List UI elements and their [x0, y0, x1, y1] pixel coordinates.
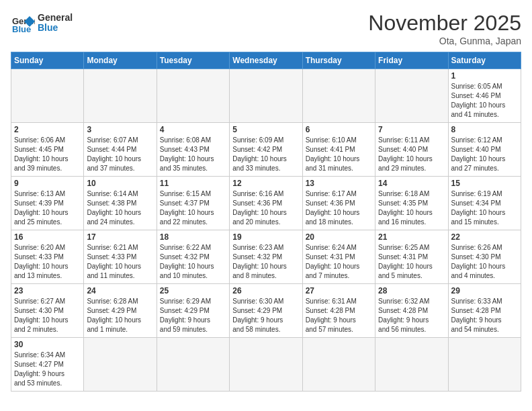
day-info: Sunrise: 6:24 AM Sunset: 4:31 PM Dayligh… [306, 243, 372, 281]
day-number: 14 [378, 179, 445, 188]
day-number: 6 [306, 125, 372, 134]
calendar-cell [375, 338, 448, 392]
weekday-header-monday: Monday [84, 52, 157, 69]
day-number: 9 [14, 179, 81, 188]
day-number: 7 [378, 125, 445, 134]
day-number: 1 [451, 71, 518, 81]
calendar-cell: 15Sunrise: 6:19 AM Sunset: 4:34 PM Dayli… [448, 177, 521, 230]
title-block: November 2025 Ota, Gunma, Japan [368, 11, 521, 46]
calendar-cell: 27Sunrise: 6:31 AM Sunset: 4:28 PM Dayli… [302, 284, 375, 338]
calendar-cell: 22Sunrise: 6:26 AM Sunset: 4:30 PM Dayli… [448, 230, 521, 284]
day-info: Sunrise: 6:20 AM Sunset: 4:33 PM Dayligh… [14, 243, 81, 281]
day-number: 22 [451, 232, 518, 242]
logo-general: General [38, 12, 73, 23]
day-info: Sunrise: 6:09 AM Sunset: 4:42 PM Dayligh… [232, 136, 299, 173]
day-number: 21 [378, 232, 445, 242]
day-info: Sunrise: 6:27 AM Sunset: 4:30 PM Dayligh… [14, 297, 81, 334]
calendar-cell: 24Sunrise: 6:28 AM Sunset: 4:29 PM Dayli… [84, 284, 157, 338]
calendar-cell: 25Sunrise: 6:29 AM Sunset: 4:29 PM Dayli… [157, 284, 229, 338]
calendar-cell: 2Sunrise: 6:06 AM Sunset: 4:45 PM Daylig… [11, 123, 84, 177]
day-info: Sunrise: 6:29 AM Sunset: 4:29 PM Dayligh… [160, 297, 226, 334]
calendar-cell: 20Sunrise: 6:24 AM Sunset: 4:31 PM Dayli… [302, 230, 375, 284]
day-info: Sunrise: 6:19 AM Sunset: 4:34 PM Dayligh… [451, 189, 518, 227]
calendar-cell [11, 69, 84, 123]
calendar-cell: 26Sunrise: 6:30 AM Sunset: 4:29 PM Dayli… [230, 284, 302, 338]
day-number: 18 [160, 232, 226, 242]
day-number: 29 [451, 286, 518, 295]
calendar-cell: 29Sunrise: 6:33 AM Sunset: 4:28 PM Dayli… [448, 284, 521, 338]
day-info: Sunrise: 6:32 AM Sunset: 4:28 PM Dayligh… [378, 297, 445, 334]
day-number: 16 [14, 232, 81, 242]
calendar-cell: 8Sunrise: 6:12 AM Sunset: 4:40 PM Daylig… [448, 123, 521, 177]
page-header: General Blue General Blue November 2025 … [11, 11, 521, 46]
calendar-cell [157, 338, 229, 392]
day-info: Sunrise: 6:21 AM Sunset: 4:33 PM Dayligh… [87, 243, 153, 281]
day-info: Sunrise: 6:16 AM Sunset: 4:36 PM Dayligh… [232, 189, 299, 227]
calendar-cell: 19Sunrise: 6:23 AM Sunset: 4:32 PM Dayli… [230, 230, 302, 284]
day-number: 12 [232, 179, 299, 188]
calendar-cell: 28Sunrise: 6:32 AM Sunset: 4:28 PM Dayli… [375, 284, 448, 338]
week-row-1: 1Sunrise: 6:05 AM Sunset: 4:46 PM Daylig… [11, 69, 521, 123]
day-number: 5 [232, 125, 299, 134]
day-info: Sunrise: 6:14 AM Sunset: 4:38 PM Dayligh… [87, 189, 153, 227]
weekday-header-thursday: Thursday [302, 52, 375, 69]
logo-icon: General Blue [11, 11, 35, 35]
day-number: 23 [14, 286, 81, 295]
day-info: Sunrise: 6:10 AM Sunset: 4:41 PM Dayligh… [306, 136, 372, 173]
day-info: Sunrise: 6:28 AM Sunset: 4:29 PM Dayligh… [87, 297, 153, 334]
week-row-2: 2Sunrise: 6:06 AM Sunset: 4:45 PM Daylig… [11, 123, 521, 177]
day-info: Sunrise: 6:34 AM Sunset: 4:27 PM Dayligh… [14, 351, 81, 388]
weekday-header-tuesday: Tuesday [157, 52, 229, 69]
calendar-cell [84, 69, 157, 123]
day-info: Sunrise: 6:17 AM Sunset: 4:36 PM Dayligh… [306, 189, 372, 227]
calendar-cell: 6Sunrise: 6:10 AM Sunset: 4:41 PM Daylig… [302, 123, 375, 177]
calendar-cell: 5Sunrise: 6:09 AM Sunset: 4:42 PM Daylig… [230, 123, 302, 177]
calendar-cell: 14Sunrise: 6:18 AM Sunset: 4:35 PM Dayli… [375, 177, 448, 230]
logo-blue: Blue [38, 23, 73, 33]
calendar-cell: 23Sunrise: 6:27 AM Sunset: 4:30 PM Dayli… [11, 284, 84, 338]
calendar-cell [375, 69, 448, 123]
weekday-header-friday: Friday [375, 52, 448, 69]
day-number: 27 [306, 286, 372, 295]
calendar-subtitle: Ota, Gunma, Japan [368, 36, 521, 46]
day-number: 2 [14, 125, 81, 134]
day-number: 4 [160, 125, 226, 134]
day-number: 24 [87, 286, 153, 295]
calendar-cell: 18Sunrise: 6:22 AM Sunset: 4:32 PM Dayli… [157, 230, 229, 284]
calendar-cell: 9Sunrise: 6:13 AM Sunset: 4:39 PM Daylig… [11, 177, 84, 230]
svg-text:Blue: Blue [12, 24, 31, 34]
weekday-header-saturday: Saturday [448, 52, 521, 69]
day-number: 26 [232, 286, 299, 295]
day-info: Sunrise: 6:07 AM Sunset: 4:44 PM Dayligh… [87, 136, 153, 173]
calendar-cell [230, 338, 302, 392]
logo: General Blue General Blue [11, 11, 73, 35]
day-number: 30 [14, 340, 81, 349]
calendar-cell [157, 69, 229, 123]
calendar-cell: 16Sunrise: 6:20 AM Sunset: 4:33 PM Dayli… [11, 230, 84, 284]
day-info: Sunrise: 6:33 AM Sunset: 4:28 PM Dayligh… [451, 297, 518, 334]
calendar-cell: 10Sunrise: 6:14 AM Sunset: 4:38 PM Dayli… [84, 177, 157, 230]
day-info: Sunrise: 6:30 AM Sunset: 4:29 PM Dayligh… [232, 297, 299, 334]
day-info: Sunrise: 6:26 AM Sunset: 4:30 PM Dayligh… [451, 243, 518, 281]
day-number: 8 [451, 125, 518, 134]
day-number: 28 [378, 286, 445, 295]
calendar-cell: 4Sunrise: 6:08 AM Sunset: 4:43 PM Daylig… [157, 123, 229, 177]
day-info: Sunrise: 6:22 AM Sunset: 4:32 PM Dayligh… [160, 243, 226, 281]
day-number: 3 [87, 125, 153, 134]
day-info: Sunrise: 6:15 AM Sunset: 4:37 PM Dayligh… [160, 189, 226, 227]
weekday-header-wednesday: Wednesday [230, 52, 302, 69]
calendar-cell: 30Sunrise: 6:34 AM Sunset: 4:27 PM Dayli… [11, 338, 84, 392]
day-info: Sunrise: 6:08 AM Sunset: 4:43 PM Dayligh… [160, 136, 226, 173]
day-info: Sunrise: 6:05 AM Sunset: 4:46 PM Dayligh… [451, 82, 518, 120]
calendar-cell: 1Sunrise: 6:05 AM Sunset: 4:46 PM Daylig… [448, 69, 521, 123]
day-number: 15 [451, 179, 518, 188]
day-info: Sunrise: 6:31 AM Sunset: 4:28 PM Dayligh… [306, 297, 372, 334]
calendar-cell: 13Sunrise: 6:17 AM Sunset: 4:36 PM Dayli… [302, 177, 375, 230]
day-info: Sunrise: 6:18 AM Sunset: 4:35 PM Dayligh… [378, 189, 445, 227]
calendar-cell [84, 338, 157, 392]
day-info: Sunrise: 6:12 AM Sunset: 4:40 PM Dayligh… [451, 136, 518, 173]
calendar-cell [448, 338, 521, 392]
day-number: 19 [232, 232, 299, 242]
day-info: Sunrise: 6:13 AM Sunset: 4:39 PM Dayligh… [14, 189, 81, 227]
week-row-4: 16Sunrise: 6:20 AM Sunset: 4:33 PM Dayli… [11, 230, 521, 284]
